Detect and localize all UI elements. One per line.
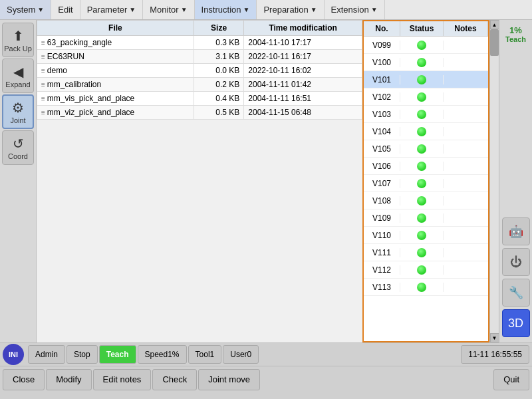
cell-status <box>400 144 444 154</box>
right-3d-btn[interactable]: 3D <box>502 309 530 337</box>
coord-icon: ↺ <box>13 136 24 152</box>
table-row[interactable]: ≡mm_vis_pick_and_place 0.4 KB 2004-11-11… <box>37 92 362 106</box>
status-time: 11-11 16:55:55 <box>461 345 529 364</box>
right-panel-row[interactable]: V110 <box>364 227 488 244</box>
joint-icon: ⚙ <box>12 100 24 116</box>
right-panel-row[interactable]: V103 <box>364 106 488 123</box>
cell-no: V103 <box>364 110 400 119</box>
scroll-down-arrow[interactable]: ▼ <box>490 333 499 342</box>
time-cell: 2004-11-11 16:51 <box>244 92 362 106</box>
file-icon: ≡ <box>41 39 45 47</box>
cell-status <box>400 75 444 84</box>
scroll-track[interactable] <box>490 29 499 333</box>
table-row[interactable]: ≡mm_viz_pick_and_place 0.5 KB 2004-11-15… <box>37 106 362 120</box>
time-cell: 2022-10-11 16:02 <box>244 64 362 78</box>
right-panel-row[interactable]: V113 <box>364 279 488 296</box>
pack-up-icon: ⬆ <box>13 28 24 44</box>
cell-no: V111 <box>364 248 400 257</box>
table-row[interactable]: ≡63_packing_angle 0.3 KB 2004-11-10 17:1… <box>37 36 362 50</box>
expand-icon: ◀ <box>13 64 23 80</box>
cell-no: V108 <box>364 196 400 205</box>
status-dot <box>417 196 426 205</box>
status-stop: Stop <box>66 345 98 364</box>
close-button[interactable]: Close <box>3 369 45 390</box>
sidebar-btn-joint[interactable]: ⚙ Joint <box>2 94 34 129</box>
right-panel-row[interactable]: V108 <box>364 192 488 209</box>
time-cell: 2022-10-11 16:17 <box>244 50 362 64</box>
joint-move-button[interactable]: Joint move <box>198 369 260 390</box>
sidebar-btn-coord[interactable]: ↺ Coord <box>2 130 34 165</box>
size-cell: 0.5 KB <box>194 106 243 120</box>
menu-instruction[interactable]: Instruction ▼ <box>195 0 257 19</box>
col-header-size: Size <box>194 21 243 36</box>
file-cell: ≡demo <box>37 64 194 78</box>
size-cell: 0.0 KB <box>194 64 243 78</box>
cell-no: V101 <box>364 75 400 84</box>
modify-button[interactable]: Modify <box>46 369 91 390</box>
right-panel-row[interactable]: V106 <box>364 158 488 175</box>
cell-no: V113 <box>364 283 400 292</box>
right-panel-row[interactable]: V099 <box>364 37 488 54</box>
status-admin: Admin <box>28 345 65 364</box>
file-icon: ≡ <box>41 53 45 61</box>
right-panel-row[interactable]: V101 <box>364 71 488 88</box>
status-dot <box>417 179 426 188</box>
content-area: File Size Time modification ≡63_packing_… <box>37 20 499 342</box>
status-dot <box>417 144 426 154</box>
menu-edit[interactable]: Edit <box>51 0 80 19</box>
cell-status <box>400 127 444 136</box>
col-header-status: Status <box>400 21 444 36</box>
file-cell: ≡EC63RUN <box>37 50 194 64</box>
right-panel-row[interactable]: V109 <box>364 209 488 227</box>
time-cell: 2004-11-10 17:17 <box>244 36 362 50</box>
cell-no: V104 <box>364 127 400 136</box>
sidebar-btn-expand[interactable]: ◀ Expand <box>2 59 34 93</box>
right-panel-row[interactable]: V100 <box>364 54 488 71</box>
cell-status <box>400 283 444 292</box>
size-cell: 0.4 KB <box>194 92 243 106</box>
menu-parameter[interactable]: Parameter ▼ <box>80 0 144 19</box>
menu-monitor[interactable]: Monitor ▼ <box>143 0 194 19</box>
right-robot-btn[interactable]: 🤖 <box>502 217 530 245</box>
right-panel-row[interactable]: V105 <box>364 140 488 158</box>
right-panel-row[interactable]: V104 <box>364 123 488 140</box>
right-settings-btn[interactable]: 🔧 <box>502 279 530 307</box>
right-panel-row[interactable]: V107 <box>364 175 488 192</box>
cell-no: V105 <box>364 144 400 154</box>
quit-button[interactable]: Quit <box>493 369 529 390</box>
menu-preparation[interactable]: Preparation ▼ <box>257 0 324 19</box>
table-row[interactable]: ≡demo 0.0 KB 2022-10-11 16:02 <box>37 64 362 78</box>
right-panel-row[interactable]: V112 <box>364 261 488 279</box>
right-panel-body[interactable]: V099 V100 V101 V102 V103 V104 V105 <box>364 37 488 341</box>
right-power-btn[interactable]: ⏻ <box>502 248 530 276</box>
right-panel-row[interactable]: V111 <box>364 244 488 261</box>
file-icon: ≡ <box>41 95 45 102</box>
status-dot <box>417 58 426 67</box>
file-table: File Size Time modification ≡63_packing_… <box>37 20 362 120</box>
menu-extension[interactable]: Extension ▼ <box>325 0 385 19</box>
sidebar-btn-pack-up[interactable]: ⬆ Pack Up <box>2 23 34 57</box>
scroll-thumb[interactable] <box>490 29 499 56</box>
menu-system[interactable]: System ▼ <box>0 0 51 19</box>
file-cell: ≡63_packing_angle <box>37 36 194 50</box>
cell-status <box>400 41 444 50</box>
status-dot <box>417 127 426 136</box>
size-cell: 3.1 KB <box>194 50 243 64</box>
cell-no: V107 <box>364 179 400 188</box>
status-tool: Tool1 <box>188 345 222 364</box>
size-cell: 0.2 KB <box>194 78 243 92</box>
cell-no: V112 <box>364 265 400 275</box>
table-row[interactable]: ≡EC63RUN 3.1 KB 2022-10-11 16:17 <box>37 50 362 64</box>
cell-status <box>400 179 444 188</box>
right-panel-row[interactable]: V102 <box>364 88 488 106</box>
scroll-up-arrow[interactable]: ▲ <box>490 20 499 29</box>
file-icon: ≡ <box>41 67 45 74</box>
table-row[interactable]: ≡mm_calibration 0.2 KB 2004-11-11 01:42 <box>37 78 362 92</box>
scrollbar[interactable]: ▲ ▼ <box>489 20 499 342</box>
file-cell: ≡mm_calibration <box>37 78 194 92</box>
edit-notes-button[interactable]: Edit notes <box>93 369 152 390</box>
check-button[interactable]: Check <box>152 369 197 390</box>
col-header-no: No. <box>364 21 400 36</box>
right-sidebar-top: 1% Teach <box>505 25 526 43</box>
col-header-notes: Notes <box>444 21 488 36</box>
